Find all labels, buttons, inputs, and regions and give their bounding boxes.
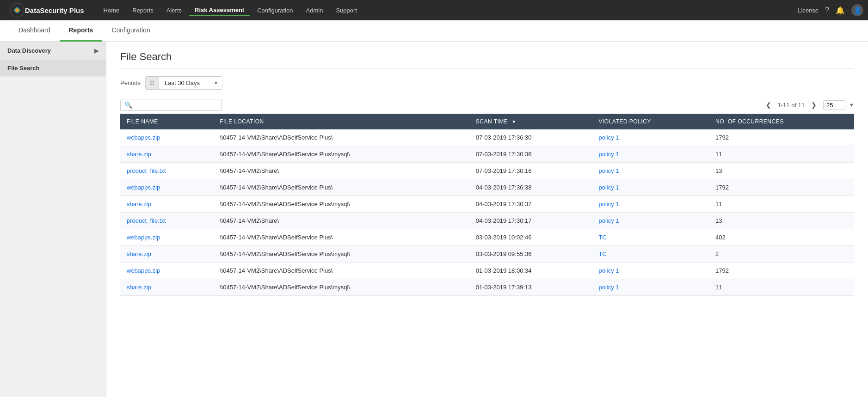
- brand: DataSecurity Plus: [5, 0, 89, 20]
- table-toolbar: 🔍 ❮ 1-11 of 11 ❯ 25 50 100 ▼: [120, 99, 854, 111]
- per-page-select[interactable]: 25 50 100: [823, 100, 845, 110]
- cell-file-location: \\0457-14-VM2\Share\ADSelfService Plus\m…: [213, 196, 469, 213]
- table-header-row: FILE NAME FILE LOCATION SCAN TIME ▼ VIOL…: [120, 114, 854, 129]
- search-box[interactable]: 🔍: [120, 99, 222, 111]
- periods-value: Last 30 Days: [159, 77, 214, 89]
- license-link[interactable]: License: [798, 7, 819, 14]
- cell-scan-time: 03-03-2019 10:02:46: [469, 229, 592, 246]
- cell-scan-time: 01-03-2019 18:00:34: [469, 263, 592, 279]
- cell-file-name[interactable]: product_file.txt: [120, 163, 213, 179]
- brand-logo: [9, 2, 25, 18]
- cell-occurrences: 1792: [709, 263, 854, 279]
- nav-reports[interactable]: Reports: [127, 5, 159, 16]
- cell-scan-time: 07-03-2019 17:30:36: [469, 146, 592, 163]
- user-avatar[interactable]: 👤: [851, 4, 863, 16]
- cell-occurrences: 11: [709, 196, 854, 213]
- cell-file-name[interactable]: webapps.zip: [120, 263, 213, 279]
- periods-label: Periods: [120, 79, 141, 86]
- nav-risk-assessment[interactable]: Risk Assessment: [189, 5, 250, 16]
- nav-alerts[interactable]: Alerts: [161, 5, 187, 16]
- cell-violated-policy[interactable]: policy 1: [592, 263, 709, 279]
- cell-occurrences: 11: [709, 146, 854, 163]
- table-row: webapps.zip \\0457-14-VM2\Share\ADSelfSe…: [120, 229, 854, 246]
- cell-violated-policy[interactable]: policy 1: [592, 279, 709, 296]
- cell-occurrences: 402: [709, 229, 854, 246]
- brand-name: DataSecurity Plus: [25, 6, 84, 14]
- col-file-name: FILE NAME: [120, 114, 213, 129]
- cell-occurrences: 13: [709, 163, 854, 179]
- table-row: share.zip \\0457-14-VM2\Share\ADSelfServ…: [120, 279, 854, 296]
- cell-violated-policy[interactable]: policy 1: [592, 213, 709, 229]
- cell-violated-policy[interactable]: policy 1: [592, 129, 709, 146]
- bell-icon[interactable]: 🔔: [836, 6, 845, 15]
- table-row: product_file.txt \\0457-14-VM2\Share\ 04…: [120, 213, 854, 229]
- cell-occurrences: 2: [709, 246, 854, 263]
- cell-file-location: \\0457-14-VM2\Share\: [213, 213, 469, 229]
- cell-file-location: \\0457-14-VM2\Share\ADSelfService Plus\m…: [213, 246, 469, 263]
- cell-scan-time: 04-03-2019 17:36:38: [469, 179, 592, 196]
- nav-configuration[interactable]: Configuration: [252, 5, 298, 16]
- table-row: share.zip \\0457-14-VM2\Share\ADSelfServ…: [120, 146, 854, 163]
- second-nav: Dashboard Reports Configuration: [0, 20, 868, 42]
- cell-file-name[interactable]: share.zip: [120, 246, 213, 263]
- cell-file-location: \\0457-14-VM2\Share\ADSelfService Plus\m…: [213, 146, 469, 163]
- table-row: share.zip \\0457-14-VM2\Share\ADSelfServ…: [120, 246, 854, 263]
- cell-file-location: \\0457-14-VM2\Share\ADSelfService Plus\m…: [213, 279, 469, 296]
- top-nav-links: Home Reports Alerts Risk Assessment Conf…: [98, 5, 798, 16]
- cell-file-name[interactable]: share.zip: [120, 146, 213, 163]
- cell-file-location: \\0457-14-VM2\Share\ADSelfService Plus\: [213, 179, 469, 196]
- cell-occurrences: 1792: [709, 129, 854, 146]
- chevron-right-icon: ▶: [94, 48, 98, 54]
- col-violated-policy: VIOLATED POLICY: [592, 114, 709, 129]
- cell-scan-time: 04-03-2019 17:30:37: [469, 196, 592, 213]
- table-row: product_file.txt \\0457-14-VM2\Share\ 07…: [120, 163, 854, 179]
- search-icon: 🔍: [124, 101, 132, 109]
- col-scan-time[interactable]: SCAN TIME ▼: [469, 114, 592, 129]
- cell-violated-policy[interactable]: policy 1: [592, 146, 709, 163]
- col-occurrences: NO. OF OCCURRENCES: [709, 114, 854, 129]
- svg-point-1: [15, 8, 19, 12]
- second-nav-configuration[interactable]: Configuration: [102, 20, 159, 42]
- prev-page-button[interactable]: ❮: [763, 100, 774, 110]
- cell-file-location: \\0457-14-VM2\Share\ADSelfService Plus\: [213, 263, 469, 279]
- periods-row: Periods ☷ Last 30 Days ▼: [120, 76, 854, 90]
- cell-scan-time: 07-03-2019 17:36:30: [469, 129, 592, 146]
- search-input[interactable]: [134, 102, 218, 109]
- second-nav-reports[interactable]: Reports: [60, 20, 103, 42]
- cell-file-name[interactable]: share.zip: [120, 196, 213, 213]
- periods-dropdown[interactable]: ☷ Last 30 Days ▼: [145, 76, 222, 90]
- table-row: webapps.zip \\0457-14-VM2\Share\ADSelfSe…: [120, 129, 854, 146]
- nav-admin[interactable]: Admin: [301, 5, 329, 16]
- sidebar-section-data-discovery[interactable]: Data Discovery ▶: [0, 42, 106, 60]
- cell-violated-policy[interactable]: policy 1: [592, 163, 709, 179]
- cell-file-name[interactable]: webapps.zip: [120, 129, 213, 146]
- cell-file-location: \\0457-14-VM2\Share\ADSelfService Plus\: [213, 129, 469, 146]
- cell-file-name[interactable]: webapps.zip: [120, 179, 213, 196]
- second-nav-dashboard[interactable]: Dashboard: [9, 20, 60, 42]
- col-file-location: FILE LOCATION: [213, 114, 469, 129]
- cell-file-name[interactable]: product_file.txt: [120, 213, 213, 229]
- nav-home[interactable]: Home: [98, 5, 125, 16]
- cell-violated-policy[interactable]: TC: [592, 246, 709, 263]
- cell-violated-policy[interactable]: policy 1: [592, 196, 709, 213]
- cell-file-location: \\0457-14-VM2\Share\ADSelfService Plus\: [213, 229, 469, 246]
- cell-scan-time: 04-03-2019 17:30:17: [469, 213, 592, 229]
- cell-occurrences: 1792: [709, 179, 854, 196]
- next-page-button[interactable]: ❯: [808, 100, 819, 110]
- sidebar: Data Discovery ▶ File Search: [0, 42, 106, 397]
- layout: Data Discovery ▶ File Search File Search…: [0, 42, 868, 397]
- help-icon[interactable]: ?: [825, 6, 829, 14]
- nav-support[interactable]: Support: [330, 5, 363, 16]
- cell-occurrences: 13: [709, 213, 854, 229]
- sidebar-item-file-search[interactable]: File Search: [0, 60, 106, 77]
- cell-violated-policy[interactable]: policy 1: [592, 179, 709, 196]
- table-row: webapps.zip \\0457-14-VM2\Share\ADSelfSe…: [120, 179, 854, 196]
- cell-occurrences: 11: [709, 279, 854, 296]
- cell-file-name[interactable]: webapps.zip: [120, 229, 213, 246]
- top-nav-right: License ? 🔔 👤: [798, 4, 863, 16]
- cell-file-name[interactable]: share.zip: [120, 279, 213, 296]
- grid-icon: ☷: [146, 77, 159, 89]
- cell-violated-policy[interactable]: TC: [592, 229, 709, 246]
- chevron-down-icon-perpage: ▼: [849, 102, 854, 108]
- cell-scan-time: 03-03-2019 09:55:36: [469, 246, 592, 263]
